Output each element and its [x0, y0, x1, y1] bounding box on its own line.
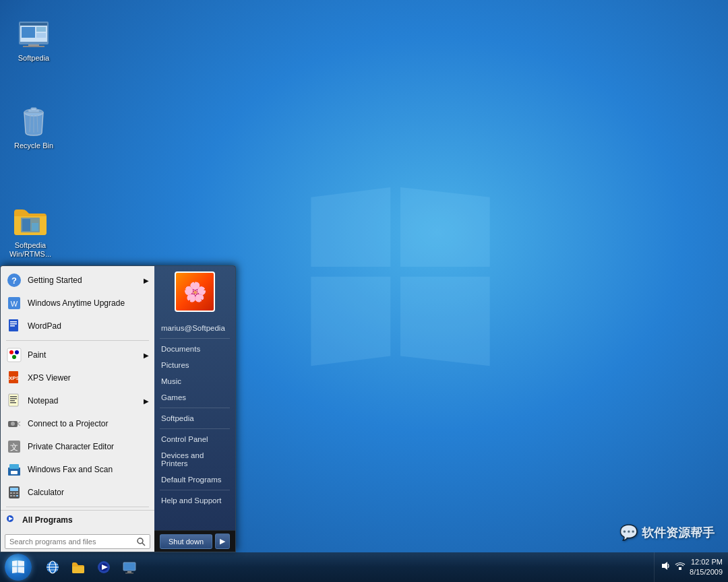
windows-logo-icon	[11, 560, 26, 575]
sm-item-xps[interactable]: XPS XPS Viewer	[1, 366, 154, 389]
sm-item-anytime[interactable]: W Windows Anytime Upgrade	[1, 292, 154, 315]
svg-line-39	[18, 424, 20, 426]
svg-line-56	[142, 543, 145, 546]
start-menu: ? Getting Started ▶ W Windows Anytime Up…	[0, 265, 236, 552]
sm-help-support[interactable]: Help and Support	[154, 492, 235, 509]
sm-item-wordpad[interactable]: WordPad	[1, 315, 154, 337]
tray-volume[interactable]	[660, 560, 671, 574]
svg-rect-67	[125, 573, 133, 574]
sm-music[interactable]: Music	[154, 373, 235, 389]
explorer-icon	[71, 560, 86, 575]
sm-icon-calculator	[6, 484, 22, 500]
sm-arrow-3: ▶	[144, 352, 149, 359]
svg-point-27	[15, 350, 19, 354]
svg-rect-5	[36, 33, 46, 38]
sm-icon-wordpad	[6, 318, 22, 334]
sm-arrow-5: ▶	[144, 397, 149, 405]
windows-logo-bg	[299, 187, 502, 376]
svg-rect-44	[11, 471, 18, 474]
recycle-bin-label: Recycle Bin	[14, 141, 53, 150]
media-player-icon	[96, 560, 111, 575]
svg-rect-52	[16, 495, 18, 496]
sm-icon-notepad	[6, 393, 22, 409]
svg-rect-66	[127, 571, 131, 573]
sm-r-sep-4	[160, 490, 230, 490]
svg-rect-32	[10, 396, 17, 397]
sm-softpedia-link[interactable]: Softpedia	[154, 410, 235, 426]
sm-search-icon	[136, 537, 146, 546]
volume-icon	[660, 560, 671, 571]
svg-rect-13	[31, 108, 36, 110]
sm-icon-xps: XPS	[6, 370, 22, 386]
svg-point-26	[9, 350, 13, 354]
sm-games[interactable]: Games	[154, 389, 235, 406]
svg-rect-4	[36, 27, 46, 32]
sm-all-programs-icon	[6, 515, 17, 525]
ql-explorer[interactable]	[66, 555, 90, 579]
ie-icon	[45, 560, 60, 575]
desktop-icon-softpedia-win[interactable]: Softpedia Win/RTMS...	[3, 201, 57, 261]
svg-rect-33	[10, 398, 17, 399]
desktop: Softpedia Recycle Bin	[0, 0, 728, 582]
sm-item-private-char[interactable]: 文 Private Character Editor	[1, 435, 154, 458]
svg-rect-49	[16, 492, 18, 494]
svg-rect-48	[13, 492, 16, 494]
shutdown-button[interactable]: Shut down	[160, 534, 212, 549]
svg-rect-46	[10, 488, 18, 491]
sm-username[interactable]: marius@Softpedia	[154, 320, 235, 336]
quick-launch	[36, 555, 146, 579]
svg-rect-47	[10, 492, 12, 494]
network-icon	[675, 560, 686, 571]
ql-show-desktop[interactable]	[117, 555, 142, 579]
svg-rect-16	[32, 223, 38, 231]
shutdown-arrow-button[interactable]: ▶	[215, 534, 230, 549]
sm-item-projector[interactable]: Connect to a Projector	[1, 412, 154, 435]
taskbar: 12:02 PM 8/15/2009	[0, 552, 728, 582]
sm-r-sep-3	[160, 428, 230, 429]
sm-avatar[interactable]: 🌸	[175, 271, 215, 312]
ql-media-player[interactable]	[92, 555, 116, 579]
tray-time[interactable]: 12:02 PM 8/15/2009	[690, 557, 723, 578]
softpedia-icon	[16, 16, 51, 51]
svg-rect-35	[10, 402, 16, 403]
system-tray: 12:02 PM 8/15/2009	[654, 552, 728, 582]
sm-separator-2	[6, 507, 149, 507]
desktop-icon-softpedia[interactable]: Softpedia	[7, 13, 61, 65]
sm-pictures[interactable]: Pictures	[154, 357, 235, 373]
sm-all-programs[interactable]: All Programs	[1, 510, 154, 529]
sm-default-programs[interactable]: Default Programs	[154, 472, 235, 488]
sm-item-paint[interactable]: Paint ▶	[1, 344, 154, 366]
sm-right-links: marius@Softpedia Documents Pictures Musi…	[154, 317, 235, 511]
ql-ie[interactable]	[40, 555, 65, 579]
svg-text:XPS: XPS	[9, 375, 20, 381]
watermark-icon: 💬	[619, 524, 638, 542]
start-menu-items: ? Getting Started ▶ W Windows Anytime Up…	[1, 266, 154, 531]
sm-item-fax-scan[interactable]: Windows Fax and Scan	[1, 458, 154, 481]
folder-icon	[13, 203, 48, 238]
svg-marker-68	[662, 562, 667, 570]
softpedia-label: Softpedia	[18, 54, 49, 63]
sm-item-calculator[interactable]: Calculator	[1, 481, 154, 504]
sm-search-input[interactable]	[9, 538, 133, 546]
svg-rect-43	[9, 464, 19, 469]
svg-rect-15	[22, 219, 30, 231]
sm-icon-anytime: W	[6, 295, 22, 311]
tray-network[interactable]	[675, 560, 686, 574]
svg-rect-65	[123, 562, 135, 571]
desktop-icon-recycle-bin[interactable]: Recycle Bin	[7, 101, 61, 153]
sm-icon-paint	[6, 347, 22, 363]
svg-point-28	[12, 355, 16, 359]
svg-point-55	[138, 538, 143, 544]
sm-item-notepad[interactable]: Notepad ▶	[1, 389, 154, 412]
sm-control-panel[interactable]: Control Panel	[154, 431, 235, 447]
show-desktop-icon	[122, 560, 137, 575]
sm-r-sep-1	[160, 338, 230, 339]
softpedia-win-label: Softpedia Win/RTMS...	[6, 241, 55, 259]
sm-item-getting-started[interactable]: ? Getting Started ▶	[1, 269, 154, 292]
start-button[interactable]	[0, 552, 36, 582]
start-menu-right: 🌸 marius@Softpedia Documents Pictures Mu…	[154, 266, 235, 552]
svg-text:文: 文	[10, 443, 18, 452]
sm-icon-projector	[6, 416, 22, 432]
sm-documents[interactable]: Documents	[154, 341, 235, 357]
sm-devices-printers[interactable]: Devices and Printers	[154, 447, 235, 472]
